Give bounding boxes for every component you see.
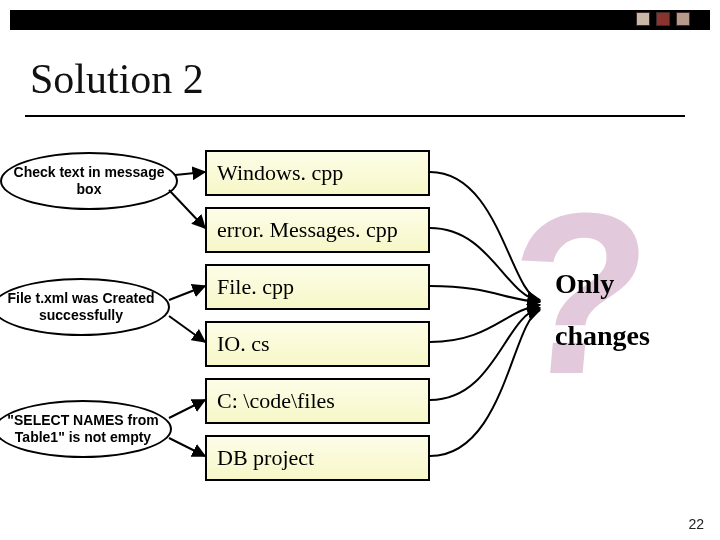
oval-file-created: File t.xml was Created successfully: [0, 278, 170, 336]
box-label: error. Messages. cpp: [217, 217, 398, 243]
box-label: C: \code\files: [217, 388, 335, 414]
svg-line-2: [169, 286, 205, 300]
title-underline: [25, 115, 685, 117]
header-square-3: [676, 12, 690, 26]
svg-line-3: [169, 316, 205, 342]
header-stripe: [10, 10, 710, 30]
oval-label: File t.xml was Created successfully: [2, 290, 160, 324]
box-errormessages-cpp: error. Messages. cpp: [205, 207, 430, 253]
right-label-only: Only: [555, 268, 614, 300]
box-label: File. cpp: [217, 274, 294, 300]
slide-title: Solution 2: [30, 55, 204, 103]
header-square-2: [656, 12, 670, 26]
page-number: 22: [688, 516, 704, 532]
svg-line-5: [169, 438, 205, 456]
right-label-changes: changes: [555, 320, 650, 352]
header-square-1: [636, 12, 650, 26]
box-file-cpp: File. cpp: [205, 264, 430, 310]
box-label: Windows. cpp: [217, 160, 343, 186]
oval-label: "SELECT NAMES from Table1" is not empty: [4, 412, 162, 446]
box-windows-cpp: Windows. cpp: [205, 150, 430, 196]
svg-line-4: [169, 400, 205, 418]
svg-line-1: [169, 190, 205, 228]
box-code-files: C: \code\files: [205, 378, 430, 424]
svg-line-0: [175, 172, 205, 175]
oval-label: Check text in message box: [10, 164, 168, 198]
box-io-cs: IO. cs: [205, 321, 430, 367]
header-band: [0, 0, 720, 36]
box-label: DB project: [217, 445, 314, 471]
oval-select-names: "SELECT NAMES from Table1" is not empty: [0, 400, 172, 458]
box-label: IO. cs: [217, 331, 270, 357]
box-db-project: DB project: [205, 435, 430, 481]
oval-check-text: Check text in message box: [0, 152, 178, 210]
